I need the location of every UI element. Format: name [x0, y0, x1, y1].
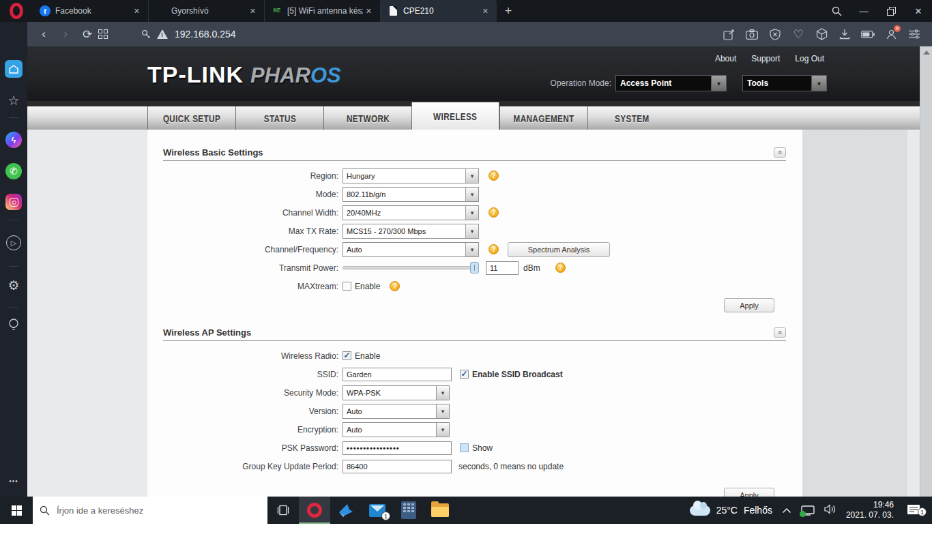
tools-select[interactable]: Tools ▾ [742, 75, 827, 91]
sidebar-more-icon[interactable]: ••• [9, 477, 18, 485]
minimize-button[interactable]: — [850, 0, 877, 22]
logout-link[interactable]: Log Out [795, 54, 824, 63]
new-tab-button[interactable]: + [497, 0, 520, 22]
about-link[interactable]: About [715, 54, 736, 63]
opera-menu-button[interactable] [0, 0, 33, 22]
tab-network[interactable]: NETWORK [323, 106, 411, 130]
tab-facebook[interactable]: f Facebook ✕ [33, 0, 149, 22]
maxtream-checkbox[interactable] [343, 282, 351, 291]
psk-password-input[interactable] [343, 441, 452, 455]
tab-management[interactable]: MANAGEMENT [499, 106, 587, 130]
start-button[interactable] [0, 497, 33, 524]
chevron-down-icon: ▾ [465, 188, 478, 201]
messenger-icon[interactable]: ϟ [5, 132, 22, 148]
psk-password-label: PSK Password: [147, 443, 343, 453]
close-window-button[interactable]: ✕ [905, 0, 932, 22]
settings-gear-icon[interactable]: ⚙ [8, 278, 19, 293]
transmit-power-input[interactable] [486, 261, 519, 275]
help-icon[interactable]: ? [390, 281, 400, 291]
ssid-input[interactable] [343, 368, 452, 381]
tab-wireless[interactable]: WIRELESS [411, 102, 499, 130]
player-icon[interactable]: ▷ [6, 235, 21, 250]
bookmark-heart-icon[interactable]: ♡ [790, 26, 806, 42]
search-tabs-icon[interactable] [823, 0, 850, 22]
max-tx-rate-label: Max TX Rate: [147, 226, 343, 236]
mail-app-button[interactable]: 1 [362, 497, 393, 524]
speed-dial-icon[interactable] [98, 29, 120, 39]
reload-icon[interactable]: ⟳ [76, 27, 98, 42]
tab-title: [5] WiFi antenna készítés - [287, 6, 363, 16]
channel-frequency-select[interactable]: Auto▾ [343, 242, 479, 257]
mode-select[interactable]: 802.11b/g/n▾ [343, 187, 479, 202]
help-icon[interactable]: ? [489, 244, 499, 254]
security-mode-select[interactable]: WPA-PSK▾ [343, 385, 450, 400]
encryption-select[interactable]: Auto▾ [343, 422, 450, 437]
collapse-section-button[interactable]: « [774, 327, 786, 338]
operation-mode-select[interactable]: Access Point ▾ [615, 75, 727, 91]
tab-close-icon[interactable]: ✕ [131, 5, 143, 17]
support-link[interactable]: Support [751, 54, 780, 63]
file-explorer-button[interactable] [424, 497, 456, 524]
collapse-section-button[interactable]: « [774, 147, 786, 158]
taskbar-search-input[interactable] [57, 505, 248, 516]
spectrum-analysis-button[interactable]: Spectrum Analysis [508, 242, 610, 257]
wireless-radio-checkbox[interactable]: ✓ [343, 351, 351, 360]
basic-settings-form: Region: Hungary▾ ? Mode: 802.11b/g/n▾ Ch… [147, 166, 802, 295]
restore-button[interactable] [877, 0, 905, 22]
tab-close-icon[interactable]: ✕ [363, 5, 375, 17]
apply-button[interactable]: Apply [724, 298, 774, 312]
downloads-icon[interactable] [836, 26, 853, 42]
taskbar-opera-button[interactable] [299, 497, 330, 524]
speed-dial-home-button[interactable] [5, 60, 23, 78]
battery-saver-icon[interactable] [860, 26, 876, 42]
calculator-icon [401, 501, 416, 519]
tray-expand-icon[interactable] [782, 504, 791, 516]
url-field[interactable]: ! 192.168.0.254 [131, 29, 236, 40]
instagram-icon[interactable] [5, 194, 22, 210]
tab-system[interactable]: SYSTEM [587, 106, 675, 130]
tab-quick-setup[interactable]: QUICK SETUP [147, 106, 235, 130]
snapshot-camera-icon[interactable] [744, 26, 760, 42]
task-view-button[interactable] [267, 497, 299, 524]
slider-handle[interactable] [470, 262, 479, 274]
blue-3d-app-button[interactable] [330, 497, 362, 524]
help-icon[interactable]: ? [555, 263, 566, 273]
pin-page-icon[interactable] [720, 26, 737, 42]
profile-icon[interactable]: ✕ [883, 26, 899, 42]
help-icon[interactable]: ? [489, 171, 499, 181]
version-select[interactable]: Auto▾ [343, 404, 450, 419]
tips-lightbulb-icon[interactable] [8, 318, 20, 336]
group-key-input[interactable] [343, 460, 452, 473]
taskbar-search[interactable] [33, 497, 267, 524]
help-icon[interactable]: ? [489, 207, 499, 218]
tab-cpe210[interactable]: CPE210 ✕ [381, 0, 497, 22]
show-password-checkbox[interactable] [460, 443, 469, 452]
whatsapp-icon[interactable]: ✆ [5, 163, 22, 179]
taskbar-weather[interactable]: 25°C Felhős [690, 505, 772, 516]
ssid-broadcast-checkbox[interactable]: ✓ [460, 370, 469, 379]
bookmarks-star-icon[interactable]: ☆ [8, 93, 19, 108]
adblock-shield-icon[interactable] [767, 26, 783, 42]
tab-close-icon[interactable]: ✕ [247, 5, 259, 17]
notification-badge: 1 [918, 507, 927, 516]
tab-close-icon[interactable]: ✕ [480, 5, 491, 17]
max-tx-rate-select[interactable]: MCS15 - 270/300 Mbps▾ [343, 224, 479, 239]
apply-button[interactable]: Apply [724, 488, 774, 497]
channel-width-select[interactable]: 20/40MHz▾ [343, 205, 479, 220]
forward-icon[interactable]: › [55, 27, 76, 41]
tab-wifi-antenna[interactable]: HE [5] WiFi antenna készítés - ✕ [265, 0, 381, 22]
calculator-app-button[interactable] [393, 497, 424, 524]
action-center-button[interactable]: 1 [903, 504, 924, 516]
sidebar-settings-icon[interactable] [906, 26, 922, 42]
network-icon[interactable] [801, 505, 815, 516]
region-select[interactable]: Hungary▾ [343, 168, 479, 183]
taskbar-clock[interactable]: 19:46 2021. 07. 03. [846, 500, 894, 520]
scroll-up-icon[interactable] [920, 46, 932, 59]
page-scrollbar[interactable] [920, 46, 932, 497]
extensions-cube-icon[interactable] [813, 26, 830, 42]
transmit-power-slider[interactable] [343, 262, 479, 274]
volume-icon[interactable] [824, 504, 836, 517]
tab-status[interactable]: STATUS [235, 106, 323, 130]
tab-gyorshivo[interactable]: Gyorshívó ✕ [149, 0, 265, 22]
back-icon[interactable]: ‹ [33, 27, 55, 41]
